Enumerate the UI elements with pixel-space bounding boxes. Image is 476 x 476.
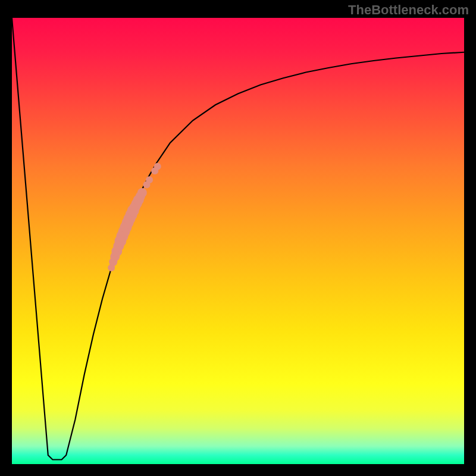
plot-area — [12, 18, 464, 464]
bottleneck-curve — [12, 18, 464, 460]
highlight-dot — [154, 163, 161, 170]
chart-svg — [12, 18, 464, 464]
highlight-dot — [137, 188, 147, 198]
highlight-dots-group — [108, 163, 161, 271]
highlight-dot — [146, 176, 153, 183]
watermark-text: TheBottleneck.com — [348, 2, 469, 18]
